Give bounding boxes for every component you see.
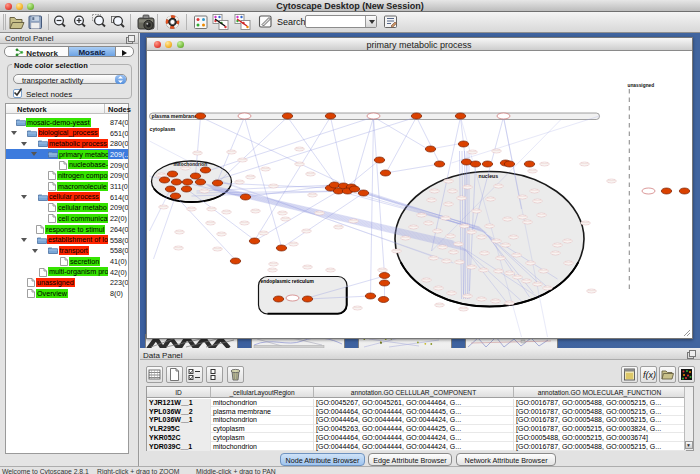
svg-text:cytoplasm: cytoplasm [149, 126, 175, 132]
svg-text:f(x): f(x) [643, 370, 656, 380]
svg-text:plasma membrane: plasma membrane [151, 113, 197, 119]
svg-text:endoplasmic reticulum: endoplasmic reticulum [260, 279, 314, 284]
svg-text:unassigned: unassigned [627, 83, 654, 88]
